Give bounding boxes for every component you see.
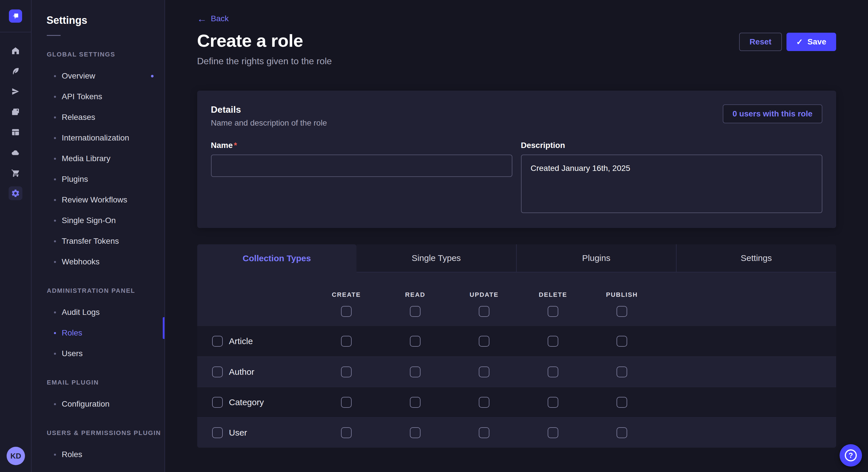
section-users-permissions-plugin: USERS & PERMISSIONS PLUGIN Roles Provide… (32, 429, 164, 472)
strapi-logo-glyph (11, 12, 20, 20)
description-textarea[interactable]: Created January 16th, 2025 (521, 155, 823, 213)
bullet-icon (54, 353, 56, 355)
category-delete-checkbox[interactable] (548, 397, 558, 408)
layout-builder-icon[interactable] (9, 125, 22, 139)
article-publish-checkbox[interactable] (617, 336, 627, 347)
section-label: EMAIL PLUGIN (47, 379, 164, 386)
reset-button[interactable]: Reset (739, 33, 782, 51)
save-label: Save (807, 37, 826, 46)
user-delete-checkbox[interactable] (548, 427, 558, 438)
section-administration-panel: ADMINISTRATION PANEL Audit Logs Roles Us… (32, 287, 164, 364)
subnav-item-media-library[interactable]: Media Library (32, 148, 164, 169)
subnav-item-roles-admin[interactable]: Roles (32, 323, 164, 343)
subnav-item-audit-logs[interactable]: Audit Logs (32, 302, 164, 323)
row-label: Author (229, 367, 254, 377)
media-library-images-icon[interactable] (9, 105, 22, 119)
bullet-icon (54, 96, 56, 98)
bullet-icon (54, 403, 56, 405)
bullet-icon (54, 332, 56, 334)
author-delete-checkbox[interactable] (548, 367, 558, 377)
user-avatar[interactable]: KD (7, 447, 25, 465)
author-create-checkbox[interactable] (341, 367, 352, 377)
send-paper-plane-icon[interactable] (9, 85, 22, 98)
author-update-checkbox[interactable] (479, 367, 489, 377)
permissions-table-header: CREATE READ UPDATE DELETE PUBLISH (197, 272, 836, 326)
settings-gear-icon[interactable] (9, 187, 22, 200)
tab-settings[interactable]: Settings (676, 244, 836, 272)
row-select-checkbox[interactable] (212, 427, 223, 438)
row-select-checkbox[interactable] (212, 397, 223, 408)
author-publish-checkbox[interactable] (617, 367, 627, 377)
strapi-logo[interactable] (9, 9, 22, 23)
column-header-update: UPDATE (470, 291, 499, 299)
required-asterisk: * (234, 141, 237, 150)
bullet-icon (54, 261, 56, 263)
marketplace-cart-icon[interactable] (9, 166, 22, 180)
select-all-update-checkbox[interactable] (479, 306, 489, 317)
tab-single-types[interactable]: Single Types (356, 244, 516, 272)
table-row-author: Author (197, 357, 836, 387)
user-read-checkbox[interactable] (410, 427, 421, 438)
users-with-role-button[interactable]: 0 users with this role (723, 104, 823, 123)
tab-collection-types[interactable]: Collection Types (197, 244, 357, 272)
page-title: Create a role (197, 30, 332, 51)
row-select-checkbox[interactable] (212, 336, 223, 347)
subnav-item-internationalization[interactable]: Internationalization (32, 128, 164, 148)
cloud-icon[interactable] (9, 146, 22, 160)
back-link[interactable]: ← Back (197, 14, 229, 24)
subnav-item-releases[interactable]: Releases (32, 107, 164, 128)
subnav-item-overview[interactable]: Overview (32, 66, 164, 86)
subnav-item-configuration[interactable]: Configuration (32, 394, 164, 414)
user-update-checkbox[interactable] (479, 427, 489, 438)
article-update-checkbox[interactable] (479, 336, 489, 347)
column-header-delete: DELETE (539, 291, 567, 299)
subnav-item-providers[interactable]: Providers (32, 465, 164, 472)
subnav-item-transfer-tokens[interactable]: Transfer Tokens (32, 231, 164, 251)
author-read-checkbox[interactable] (410, 367, 421, 377)
category-read-checkbox[interactable] (410, 397, 421, 408)
bullet-icon (54, 311, 56, 313)
help-button[interactable]: ? (840, 444, 862, 467)
subnav-item-api-tokens[interactable]: API Tokens (32, 86, 164, 107)
home-icon[interactable] (9, 44, 22, 58)
name-input[interactable] (211, 155, 513, 177)
user-create-checkbox[interactable] (341, 427, 352, 438)
bullet-icon (54, 199, 56, 201)
tab-plugins[interactable]: Plugins (516, 244, 676, 272)
select-all-create-checkbox[interactable] (341, 306, 352, 317)
row-label: Article (229, 336, 253, 346)
select-all-publish-checkbox[interactable] (617, 306, 627, 317)
subnav-item-webhooks[interactable]: Webhooks (32, 251, 164, 272)
category-publish-checkbox[interactable] (617, 397, 627, 408)
row-select-checkbox[interactable] (212, 367, 223, 377)
active-item-indicator (163, 317, 164, 339)
save-button[interactable]: ✓ Save (786, 33, 836, 51)
main-content: ← Back Create a role Define the rights g… (165, 0, 868, 472)
subnav-item-plugins[interactable]: Plugins (32, 169, 164, 190)
section-label: USERS & PERMISSIONS PLUGIN (47, 429, 164, 437)
permissions-tabbar: Collection Types Single Types Plugins Se… (197, 244, 836, 272)
section-email-plugin: EMAIL PLUGIN Configuration (32, 379, 164, 414)
bullet-icon (54, 116, 56, 119)
question-mark-icon: ? (845, 449, 857, 461)
table-row-article: Article (197, 326, 836, 357)
content-manager-feather-icon[interactable] (9, 64, 22, 78)
select-all-delete-checkbox[interactable] (548, 306, 558, 317)
back-arrow-icon: ← (197, 14, 207, 24)
category-update-checkbox[interactable] (479, 397, 489, 408)
bullet-icon (54, 240, 56, 242)
table-row-user: User (197, 417, 836, 448)
column-header-create: CREATE (332, 291, 361, 299)
select-all-read-checkbox[interactable] (410, 306, 421, 317)
subnav-item-users[interactable]: Users (32, 343, 164, 364)
article-create-checkbox[interactable] (341, 336, 352, 347)
article-read-checkbox[interactable] (410, 336, 421, 347)
bullet-icon (54, 178, 56, 180)
bullet-icon (54, 220, 56, 222)
subnav-item-review-workflows[interactable]: Review Workflows (32, 190, 164, 210)
subnav-item-roles-up[interactable]: Roles (32, 444, 164, 465)
user-publish-checkbox[interactable] (617, 427, 627, 438)
category-create-checkbox[interactable] (341, 397, 352, 408)
subnav-item-single-sign-on[interactable]: Single Sign-On (32, 210, 164, 231)
article-delete-checkbox[interactable] (548, 336, 558, 347)
